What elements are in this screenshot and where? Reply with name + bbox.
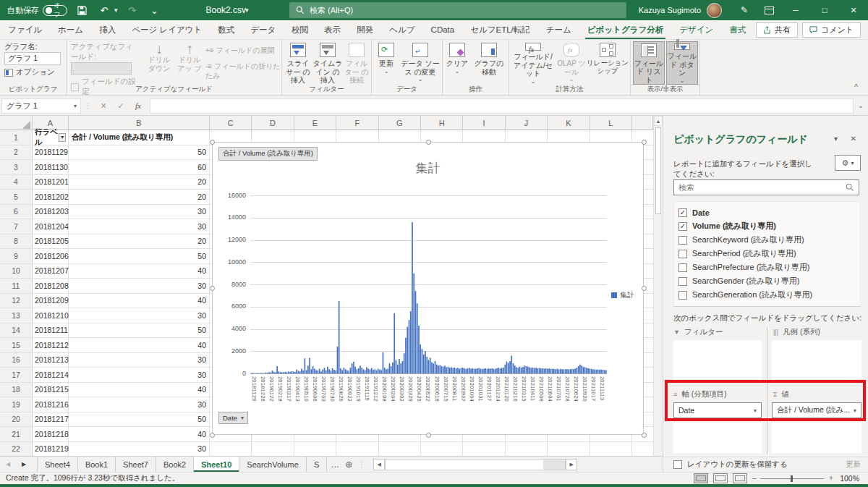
collapse-ribbon-icon[interactable]: ^ xyxy=(854,83,858,91)
zoom-in-icon[interactable]: ＋ xyxy=(827,473,835,483)
pane-close-icon[interactable]: ✕ xyxy=(851,135,856,143)
field-buttons-toggle-button[interactable]: フィールド ボタン⌄ xyxy=(666,41,698,85)
tab-チーム[interactable]: チーム xyxy=(538,20,579,39)
values-well-dropzone[interactable] xyxy=(772,423,861,453)
empty-cells[interactable] xyxy=(210,442,653,457)
value-cell[interactable]: 50 xyxy=(69,249,210,263)
row-header-22[interactable]: 22 xyxy=(0,442,33,457)
row-header-10[interactable]: 10 xyxy=(0,264,33,279)
date-cell[interactable]: 20181202 xyxy=(33,190,69,204)
ink-pen-icon[interactable]: ✎ xyxy=(732,0,757,20)
insert-function-icon[interactable]: fx xyxy=(129,101,147,110)
value-cell[interactable]: 30 xyxy=(69,442,210,457)
value-cell[interactable]: 40 xyxy=(69,294,210,308)
field-checkbox[interactable] xyxy=(678,277,687,286)
date-cell[interactable]: 20181216 xyxy=(33,397,69,412)
selection-handle[interactable] xyxy=(642,433,647,438)
column-header-F[interactable]: F xyxy=(336,116,378,130)
zoom-out-icon[interactable]: − xyxy=(752,474,757,483)
name-box-caret-icon[interactable]: ▾ xyxy=(74,103,77,109)
field-list-toggle-button[interactable]: フィール ド リスト xyxy=(633,41,665,85)
row-header-5[interactable]: 5 xyxy=(0,190,33,204)
date-cell[interactable]: 20181205 xyxy=(33,234,69,249)
field-item-SearchGeneration[interactable]: SearchGeneration (読み取り専用) xyxy=(678,288,856,302)
sheet-prev-icon[interactable]: ◀ xyxy=(0,457,16,472)
sheet-next-icon[interactable]: ▶ xyxy=(16,457,32,472)
axis-well-dropzone[interactable] xyxy=(673,423,762,453)
value-cell[interactable]: 20 xyxy=(69,190,210,204)
column-header-I[interactable]: I xyxy=(463,116,505,130)
formula-input[interactable] xyxy=(150,98,854,114)
row-header-17[interactable]: 17 xyxy=(0,368,33,382)
value-cell[interactable]: 40 xyxy=(69,427,210,441)
row-header-11[interactable]: 11 xyxy=(0,279,33,293)
selection-handle[interactable] xyxy=(426,433,431,438)
column-header-B[interactable]: B xyxy=(69,116,210,130)
sheet-tab-Sheet10[interactable]: Sheet10 xyxy=(194,457,239,472)
date-cell[interactable]: 20181213 xyxy=(33,353,69,368)
tab-セルフETL/転記[interactable]: セルフETL/転記 xyxy=(462,20,538,39)
tab-ページ レイアウト[interactable]: ページ レイアウト xyxy=(124,20,210,39)
chart-legend[interactable]: 集計 xyxy=(611,290,634,300)
legend-well-dropzone[interactable] xyxy=(772,340,861,379)
sheet-tab-Book2[interactable]: Book2 xyxy=(156,457,194,472)
row-header-4[interactable]: 4 xyxy=(0,175,33,190)
vertical-scroll-thumb[interactable] xyxy=(655,127,661,214)
field-item-SearchPeriod[interactable]: SearchPeriod (読み取り専用) xyxy=(678,247,856,261)
search-input[interactable]: 検索 (Alt+Q) xyxy=(289,2,626,18)
field-item-Date[interactable]: ✓Date xyxy=(678,206,856,219)
autosave-toggle[interactable]: 自動保存 オフ xyxy=(7,5,67,16)
name-box[interactable]: グラフ 1▾ xyxy=(1,98,81,114)
row-header-1[interactable]: 1 xyxy=(0,130,33,145)
date-cell[interactable]: 20181212 xyxy=(33,338,69,352)
chart-title[interactable]: 集計 xyxy=(213,160,643,177)
tab-数式[interactable]: 数式 xyxy=(210,20,242,39)
cancel-icon[interactable]: ✕ xyxy=(95,101,112,111)
value-cell[interactable]: 30 xyxy=(69,368,210,382)
scroll-up-icon[interactable]: ▲ xyxy=(654,116,663,126)
undo-caret-icon[interactable]: ▾ xyxy=(114,7,118,14)
value-cell[interactable]: 30 xyxy=(69,308,210,323)
value-cell[interactable]: 60 xyxy=(69,160,210,174)
insert-slicer-button[interactable]: スライサー の挿入 xyxy=(284,41,312,85)
tab-データ[interactable]: データ xyxy=(242,20,284,39)
field-checkbox[interactable]: ✓ xyxy=(678,208,687,217)
chart-name-input[interactable]: グラフ 1 xyxy=(4,52,61,65)
cell-b1[interactable]: 合計 / Volume (読み取り専用) xyxy=(69,130,210,145)
value-cell[interactable]: 40 xyxy=(69,264,210,279)
date-cell[interactable]: 20181201 xyxy=(33,175,69,190)
clear-button[interactable]: クリア⌄ xyxy=(444,41,470,85)
hscroll-right-icon[interactable]: ▶ xyxy=(566,459,577,470)
tab-開発[interactable]: 開発 xyxy=(349,20,381,39)
date-cell[interactable]: 20181129 xyxy=(33,145,69,160)
tab-CData[interactable]: CData xyxy=(423,20,463,39)
user-name[interactable]: Kazuya Sugimoto xyxy=(639,6,701,14)
pane-menu-icon[interactable]: ▾ xyxy=(834,135,838,143)
ribbon-display-options-icon[interactable] xyxy=(757,0,781,20)
sheet-overflow-ellipsis[interactable]: … xyxy=(331,460,339,470)
selection-handle[interactable] xyxy=(642,286,647,291)
sheet-tab-Sheet7[interactable]: Sheet7 xyxy=(116,457,156,472)
date-cell[interactable]: 20181207 xyxy=(33,264,69,279)
row-header-2[interactable]: 2 xyxy=(0,145,33,160)
page-break-view-icon[interactable] xyxy=(733,473,747,483)
field-item-Volume[interactable]: ✓Volume (読み取り専用) xyxy=(678,219,856,233)
field-checkbox[interactable]: ✓ xyxy=(678,222,687,231)
value-cell[interactable]: 30 xyxy=(69,219,210,234)
avatar[interactable] xyxy=(707,3,722,18)
row-header-14[interactable]: 14 xyxy=(0,323,33,338)
change-data-source-button[interactable]: ↵データ ソース の変更⌄ xyxy=(401,41,440,85)
date-cell[interactable]: 20181209 xyxy=(33,294,69,308)
tab-校閲[interactable]: 校閲 xyxy=(284,20,316,39)
tools-button[interactable]: ⚙▾ xyxy=(835,155,861,171)
date-cell[interactable]: 20181130 xyxy=(33,160,69,174)
date-cell[interactable]: 20181215 xyxy=(33,383,69,397)
chart-plot-area[interactable] xyxy=(250,195,607,373)
value-cell[interactable]: 40 xyxy=(69,338,210,352)
row-header-3[interactable]: 3 xyxy=(0,160,33,174)
date-cell[interactable]: 20181211 xyxy=(33,323,69,338)
horizontal-scroll-thumb[interactable] xyxy=(386,460,543,470)
date-cell[interactable]: 20181210 xyxy=(33,308,69,323)
value-cell[interactable]: 50 xyxy=(69,323,210,338)
horizontal-scrollbar[interactable]: ◀ ▶ xyxy=(373,457,577,472)
